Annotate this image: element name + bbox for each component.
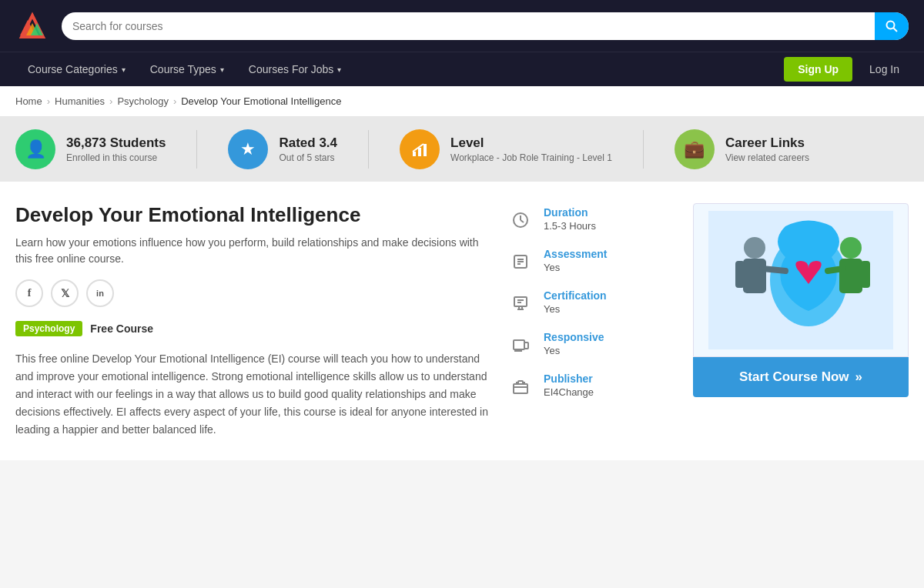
nav-link-types[interactable]: Course Types ▾: [138, 52, 236, 86]
svg-rect-36: [743, 259, 766, 293]
students-icon: 👤: [15, 129, 55, 169]
stat-rating-title: Rated 3.4: [279, 135, 337, 151]
breadcrumb-sep: ›: [109, 95, 112, 107]
linkedin-icon: in: [96, 289, 104, 298]
info-responsive: Responsive Yes: [508, 331, 678, 357]
stat-divider: [643, 130, 644, 169]
chevron-down-icon: ▾: [337, 65, 341, 74]
stat-rating-sub: Out of 5 stars: [279, 152, 337, 163]
certification-value: Yes: [544, 303, 607, 315]
search-input[interactable]: [62, 12, 909, 40]
certification-icon: [508, 291, 533, 316]
nav-link-categories[interactable]: Course Categories ▾: [15, 52, 138, 86]
signup-button[interactable]: Sign Up: [784, 57, 852, 82]
stat-rating: ★ Rated 3.4 Out of 5 stars: [228, 129, 337, 169]
stat-students-sub: Enrolled in this course: [66, 152, 166, 163]
twitter-icon: 𝕏: [61, 287, 69, 299]
svg-rect-23: [514, 340, 524, 349]
stat-careers: 💼 Career Links View related careers: [675, 129, 809, 169]
course-left: Develop Your Emotional Intelligence Lear…: [15, 203, 493, 439]
level-icon: [400, 129, 440, 169]
info-certification-text: Certification Yes: [544, 289, 607, 315]
course-image: [693, 203, 909, 357]
secondary-nav: Course Categories ▾ Course Types ▾ Cours…: [0, 52, 924, 86]
info-certification: Certification Yes: [508, 289, 678, 316]
course-long-desc: This free online Develop Your Emotional …: [15, 350, 493, 439]
stat-careers-sub: View related careers: [725, 152, 809, 163]
svg-line-6: [894, 28, 898, 32]
breadcrumb-humanities[interactable]: Humanities: [55, 95, 105, 107]
start-course-label: Start Course Now: [739, 369, 849, 385]
search-button[interactable]: [875, 12, 909, 40]
duration-label: Duration: [544, 206, 596, 219]
stat-careers-text: Career Links View related careers: [725, 135, 809, 163]
stat-level-text: Level Workplace - Job Role Training - Le…: [450, 135, 612, 163]
linkedin-share-button[interactable]: in: [86, 279, 114, 307]
social-buttons: f 𝕏 in: [15, 279, 493, 307]
top-bar: [0, 0, 924, 52]
stat-students-text: 36,873 Students Enrolled in this course: [66, 135, 166, 163]
info-duration-text: Duration 1.5-3 Hours: [544, 206, 596, 232]
rating-icon: ★: [228, 129, 268, 169]
course-short-desc: Learn how your emotions influence how yo…: [15, 235, 493, 267]
logo: [15, 8, 49, 44]
certification-label: Certification: [544, 289, 607, 302]
svg-line-12: [521, 220, 524, 222]
twitter-share-button[interactable]: 𝕏: [51, 279, 79, 307]
publisher-label: Publisher: [544, 373, 594, 385]
breadcrumb: Home › Humanities › Psychology › Develop…: [0, 86, 924, 117]
start-course-button[interactable]: Start Course Now »: [693, 357, 909, 397]
course-middle: Duration 1.5-3 Hours Assessment Yes: [508, 203, 678, 439]
arrows-icon: »: [855, 369, 862, 385]
svg-rect-40: [839, 259, 862, 293]
svg-rect-24: [524, 342, 528, 349]
facebook-share-button[interactable]: f: [15, 279, 43, 307]
breadcrumb-home[interactable]: Home: [15, 95, 42, 107]
stat-students: 👤 36,873 Students Enrolled in this cours…: [15, 129, 166, 169]
stats-bar: 👤 36,873 Students Enrolled in this cours…: [0, 117, 924, 182]
stat-students-title: 36,873 Students: [66, 135, 166, 151]
info-duration: Duration 1.5-3 Hours: [508, 206, 678, 232]
chevron-down-icon: ▾: [220, 65, 224, 74]
publisher-icon: [508, 374, 533, 399]
breadcrumb-sep: ›: [47, 95, 50, 107]
responsive-value: Yes: [544, 345, 604, 356]
svg-rect-7: [413, 152, 416, 156]
course-title: Develop Your Emotional Intelligence: [15, 203, 493, 227]
free-course-tag: Free Course: [90, 322, 153, 335]
duration-value: 1.5-3 Hours: [544, 220, 596, 232]
svg-rect-8: [418, 148, 421, 156]
info-responsive-text: Responsive Yes: [544, 331, 604, 356]
breadcrumb-psychology[interactable]: Psychology: [117, 95, 168, 107]
main-content: Develop Your Emotional Intelligence Lear…: [0, 182, 924, 460]
stat-divider: [196, 130, 197, 169]
responsive-icon: [508, 332, 533, 357]
svg-point-35: [744, 237, 765, 259]
login-button[interactable]: Log In: [860, 57, 909, 82]
assessment-icon: [508, 249, 533, 274]
nav-links: Course Categories ▾ Course Types ▾ Cours…: [15, 52, 353, 86]
svg-point-39: [840, 237, 862, 259]
stat-level-title: Level: [450, 135, 612, 151]
svg-rect-41: [861, 261, 870, 288]
careers-icon: 💼: [675, 129, 715, 169]
info-publisher: Publisher EI4Change: [508, 373, 678, 399]
course-right: Start Course Now »: [693, 203, 909, 439]
svg-point-5: [887, 21, 895, 28]
chevron-down-icon: ▾: [122, 65, 126, 74]
facebook-icon: f: [28, 287, 32, 299]
tags-row: Psychology Free Course: [15, 321, 493, 336]
search-wrapper: [62, 12, 909, 40]
svg-rect-9: [424, 144, 427, 156]
stat-rating-text: Rated 3.4 Out of 5 stars: [279, 135, 337, 163]
breadcrumb-current: Develop Your Emotional Intelligence: [181, 95, 341, 107]
nav-link-jobs[interactable]: Courses For Jobs ▾: [236, 52, 353, 86]
stat-level-sub: Workplace - Job Role Training - Level 1: [450, 152, 612, 163]
info-assessment-text: Assessment Yes: [544, 248, 608, 273]
stat-level: Level Workplace - Job Role Training - Le…: [400, 129, 612, 169]
assessment-value: Yes: [544, 262, 608, 273]
svg-line-42: [828, 269, 843, 271]
assessment-label: Assessment: [544, 248, 608, 260]
publisher-value: EI4Change: [544, 386, 594, 398]
psychology-tag[interactable]: Psychology: [15, 321, 82, 336]
